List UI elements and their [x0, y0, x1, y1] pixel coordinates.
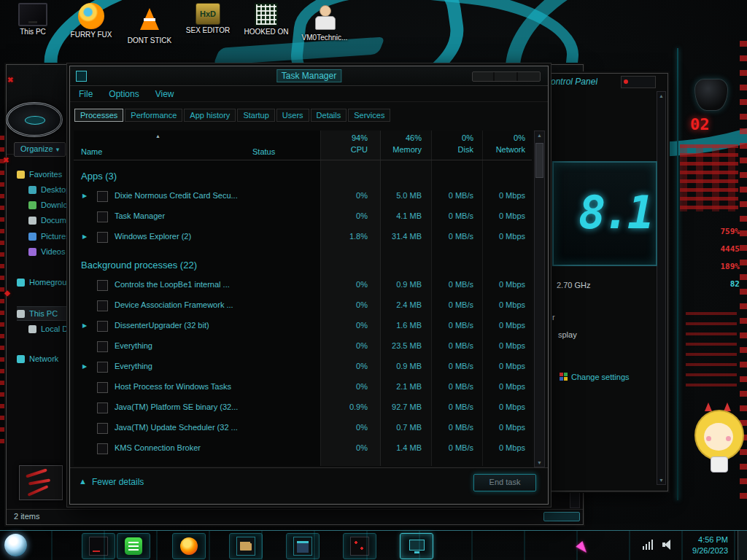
column-header-network[interactable]: Network: [496, 145, 525, 154]
process-row[interactable]: ▶Windows Explorer (2)1.8%31.4 MB0 MB/s0 …: [74, 227, 532, 247]
desktop-icon-vm0technic[interactable]: VM0Technic...: [298, 3, 352, 44]
chevron-down-icon: ▾: [56, 146, 60, 153]
process-net-value: 0 Mbps: [499, 232, 525, 241]
hex-editor-icon: HxD: [196, 3, 220, 25]
process-icon-box[interactable]: [97, 402, 108, 413]
process-row[interactable]: Host Process for Windows Tasks0%2.1 MB0 …: [74, 377, 532, 397]
scroll-up-icon[interactable]: ▲: [657, 93, 665, 98]
change-settings-link[interactable]: Change settings: [571, 373, 630, 381]
process-net-value: 0 Mbps: [499, 341, 525, 350]
process-icon-box[interactable]: [97, 382, 108, 393]
process-name: DissenterUpgrader (32 bit): [115, 321, 209, 330]
scroll-down-icon[interactable]: ▼: [535, 460, 544, 465]
taskbar-button-app-dark-icon[interactable]: [82, 533, 115, 559]
taskbar-button-firefox-icon[interactable]: [172, 533, 206, 559]
process-cpu-value: 0%: [356, 443, 368, 452]
process-row[interactable]: Everything0%23.5 MB0 MB/s0 Mbps: [74, 336, 532, 357]
horn-icon: [724, 402, 731, 411]
process-mem-value: 31.4 MB: [392, 232, 422, 241]
right-widget-strip: 02 759%4445189%82: [671, 41, 747, 522]
process-row[interactable]: KMS Connection Broker0%1.4 MB0 MB/s0 Mbp…: [74, 438, 532, 459]
tab-users[interactable]: Users: [276, 109, 309, 122]
title-bar[interactable]: Task Manager: [70, 66, 548, 86]
tab-startup[interactable]: Startup: [237, 109, 274, 122]
start-button[interactable]: [4, 534, 27, 556]
desktop-icon-sex-editor[interactable]: HxDSEX EDITOR: [181, 3, 235, 44]
tab-details[interactable]: Details: [311, 109, 347, 122]
menu-view[interactable]: View: [155, 89, 174, 99]
horn-icon: [705, 402, 712, 411]
menu-file[interactable]: File: [79, 89, 93, 99]
process-row[interactable]: Java(TM) Platform SE binary (32...0.9%92…: [74, 397, 532, 418]
folder-icon: [28, 233, 36, 241]
taskbar-button-window-icon[interactable]: [286, 533, 320, 559]
process-row[interactable]: Java(TM) Update Scheduler (32 ...0%0.7 M…: [74, 418, 532, 438]
column-header-cpu[interactable]: CPU: [351, 145, 368, 154]
scrollbar[interactable]: ▲ ▼: [657, 91, 666, 485]
process-icon-box[interactable]: [97, 341, 108, 352]
end-task-button[interactable]: End task: [473, 474, 536, 491]
tab-app-history[interactable]: App history: [184, 109, 236, 122]
column-header-memory[interactable]: Memory: [392, 145, 422, 154]
process-row[interactable]: ▶Everything0%0.9 MB0 MB/s0 Mbps: [74, 357, 532, 377]
scroll-down-icon[interactable]: ▼: [657, 478, 665, 483]
process-list-scrollbar[interactable]: ▲ ▼: [534, 131, 545, 467]
expand-arrow-icon[interactable]: ▶: [82, 363, 87, 370]
process-cpu-value: 1.8%: [349, 232, 368, 241]
tab-services[interactable]: Services: [348, 109, 390, 122]
counter-display: 02: [690, 115, 710, 133]
process-icon-box[interactable]: [97, 443, 108, 454]
show-desktop-button[interactable]: [738, 531, 747, 560]
process-icon-box[interactable]: [97, 191, 108, 202]
taskbar-button-folder-icon[interactable]: [229, 533, 263, 559]
column-header-name[interactable]: Name: [81, 147, 102, 156]
desktop-icon-label: This PC: [20, 28, 46, 36]
process-mem-value: 23.5 MB: [392, 341, 422, 350]
taskbar-button-system-monitor-icon[interactable]: [400, 533, 433, 559]
column-header-status[interactable]: Status: [252, 147, 275, 156]
desktop-icon-dont-stick[interactable]: DONT STICK: [123, 3, 177, 44]
process-cpu-value: 0%: [356, 211, 368, 220]
taskbar-button-chat-icon[interactable]: [117, 533, 150, 559]
process-row[interactable]: ▶DissenterUpgrader (32 bit)0%1.6 MB0 MB/…: [74, 316, 532, 336]
sidebar-item-label: This PC: [29, 309, 58, 318]
process-group-heading[interactable]: Background processes (22): [74, 253, 532, 275]
scrollbar-thumb[interactable]: [535, 143, 543, 178]
process-icon-box[interactable]: [97, 423, 108, 434]
network-icon[interactable]: [643, 540, 654, 550]
explorer-horizontal-scrollbar[interactable]: [543, 512, 580, 521]
window-controls[interactable]: [472, 71, 541, 82]
process-row[interactable]: Task Manager0%4.1 MB0 MB/s0 Mbps: [74, 206, 532, 227]
process-row[interactable]: ▶Dixie Normous Credit Card Secu...0%5.0 …: [74, 186, 532, 206]
process-icon-box[interactable]: [97, 362, 108, 373]
process-icon-box[interactable]: [97, 280, 108, 291]
process-icon-box[interactable]: [97, 232, 108, 243]
search-box[interactable]: [621, 76, 656, 88]
process-row[interactable]: Controls the LoopBe1 internal ...0%0.9 M…: [74, 275, 532, 295]
desktop-icon-furry-fux[interactable]: FURRY FUX: [64, 3, 118, 44]
menu-options[interactable]: Options: [109, 89, 139, 99]
tab-performance[interactable]: Performance: [125, 109, 182, 122]
expand-arrow-icon[interactable]: ▶: [82, 322, 87, 329]
taskbar-clock[interactable]: 4:56 PM 9/26/2023: [692, 534, 728, 556]
desktop-icon-hooked-on[interactable]: HOOKED ON: [239, 3, 293, 44]
process-group-heading[interactable]: Apps (3): [74, 164, 532, 186]
desktop-icon-this-pc[interactable]: This PC: [6, 3, 60, 44]
scroll-up-icon[interactable]: ▲: [535, 133, 544, 138]
sidebar-item-label: Videos: [41, 247, 65, 256]
expand-arrow-icon[interactable]: ▶: [82, 192, 87, 199]
taskbar-button-media-icon[interactable]: [343, 533, 376, 559]
cpu-speed: 2.70 GHz: [557, 281, 590, 289]
folder-icon: [28, 201, 36, 209]
process-row[interactable]: Device Association Framework ...0%2.4 MB…: [74, 295, 532, 316]
volume-icon[interactable]: [662, 540, 674, 550]
column-header-disk[interactable]: Disk: [458, 145, 473, 154]
process-icon-box[interactable]: [97, 300, 108, 311]
process-icon-box[interactable]: [97, 211, 108, 222]
tab-processes[interactable]: Processes: [74, 109, 123, 122]
organize-button[interactable]: Organize▾: [14, 142, 66, 157]
windows-flag-icon: [560, 373, 568, 381]
expand-arrow-icon[interactable]: ▶: [82, 233, 87, 240]
fewer-details-button[interactable]: Fewer details: [92, 477, 144, 487]
process-icon-box[interactable]: [97, 321, 108, 332]
